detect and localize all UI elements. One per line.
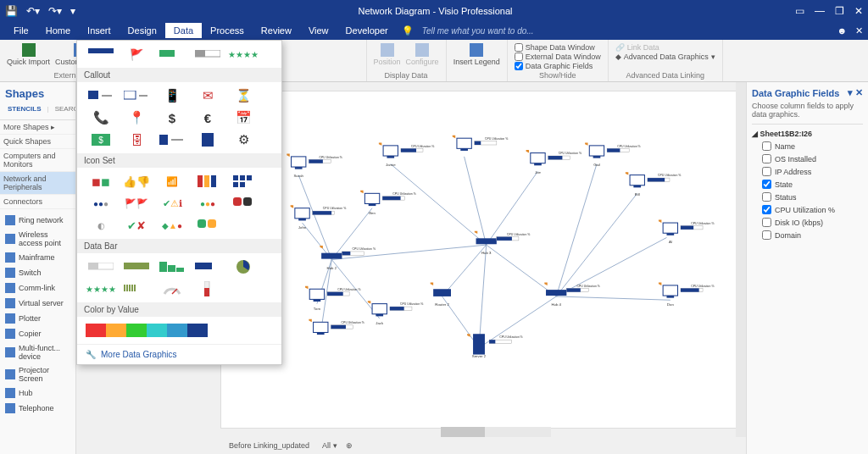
dg-field[interactable]: Disk IO (kbps) (752, 216, 863, 229)
gallery-item[interactable]: ✔✘ (121, 217, 152, 234)
gallery-item[interactable] (157, 46, 187, 63)
dg-dropdown-icon[interactable]: ▾ (848, 87, 853, 97)
tab-developer[interactable]: Developer (337, 23, 397, 38)
dg-field[interactable]: State (752, 178, 863, 191)
gallery-item[interactable] (228, 258, 259, 275)
ribbon-options-icon[interactable]: ▭ (795, 5, 804, 17)
quick-import-button[interactable]: Quick Import (7, 43, 50, 66)
dg-field[interactable]: Domain (752, 229, 863, 241)
shape-item[interactable]: Telephone (2, 401, 74, 416)
link-data-button[interactable]: 🔗Link Data (615, 43, 659, 52)
gallery-item[interactable] (192, 46, 223, 63)
more-shapes-button[interactable]: More Shapes ▸ (0, 120, 75, 135)
gallery-item[interactable] (192, 131, 223, 148)
gallery-item[interactable]: 👍👎 (121, 173, 152, 190)
shape-item[interactable]: Comm-link (2, 280, 74, 296)
gallery-item[interactable]: $ (157, 109, 187, 126)
gallery-item[interactable] (192, 173, 223, 190)
gallery-item[interactable] (157, 131, 187, 148)
tab-data[interactable]: Data (165, 23, 202, 38)
gallery-item[interactable] (121, 258, 152, 275)
stencils-tab[interactable]: STENCILS (5, 103, 44, 114)
gallery-item[interactable] (192, 217, 223, 234)
undo-icon[interactable]: ↶▾ (26, 5, 40, 17)
dg-source[interactable]: ◢ Sheet1$B2:I26 (752, 128, 863, 140)
tab-review[interactable]: Review (253, 23, 300, 38)
dg-field[interactable]: CPU Utilization % (752, 203, 863, 216)
shape-item[interactable]: Hub (2, 385, 74, 401)
tab-design[interactable]: Design (120, 23, 165, 38)
close-icon[interactable]: ✕ (854, 5, 863, 17)
dg-field[interactable]: IP Address (752, 165, 863, 178)
gallery-item[interactable] (86, 258, 116, 275)
quick-shapes-button[interactable]: Quick Shapes (0, 135, 75, 149)
shape-item[interactable]: Switch (2, 265, 74, 280)
external-data-window-check[interactable]: External Data Window (515, 53, 601, 61)
all-filter[interactable]: All ▾ (322, 441, 337, 450)
gallery-item[interactable]: 📱 (157, 87, 187, 104)
gallery-item[interactable] (86, 322, 255, 339)
tab-insert[interactable]: Insert (79, 23, 120, 38)
gallery-item[interactable]: ⏳ (228, 87, 259, 104)
shape-item[interactable]: Mainframe (2, 250, 74, 265)
gallery-item[interactable]: 📶 (157, 173, 187, 190)
configure-button[interactable]: Configure (406, 43, 439, 66)
gallery-item[interactable]: 📍 (121, 109, 152, 126)
close-window-icon[interactable]: ✕ (855, 25, 863, 36)
canvas-vscroll[interactable] (736, 82, 746, 454)
search-tab[interactable]: SEARCH (53, 103, 76, 114)
category-item[interactable]: Connectors (0, 195, 75, 209)
maximize-icon[interactable]: ❐ (835, 5, 844, 17)
shape-item[interactable]: Multi-funct... device (2, 341, 74, 363)
add-sheet-icon[interactable]: ⊕ (346, 441, 353, 450)
category-item[interactable]: Computers and Monitors (0, 149, 75, 172)
gallery-item[interactable]: 📞 (86, 109, 116, 126)
shape-item[interactable]: Copier (2, 326, 74, 341)
tab-file[interactable]: File (5, 23, 37, 38)
shape-item[interactable]: Projector Screen (2, 363, 74, 385)
dg-field[interactable]: Status (752, 191, 863, 203)
tab-view[interactable]: View (300, 23, 337, 38)
advanced-data-graphics-button[interactable]: ◆Advanced Data Graphics ▾ (615, 53, 715, 61)
gallery-item[interactable] (157, 280, 187, 297)
gallery-item[interactable]: ●●● (192, 195, 223, 212)
tab-home[interactable]: Home (37, 23, 79, 38)
drawing-canvas[interactable]: CPU Utilization %SarahCPU Utilization %J… (220, 91, 737, 429)
gallery-item[interactable] (86, 87, 116, 104)
gallery-item[interactable]: 🚩 (121, 46, 152, 63)
shape-item[interactable]: Virtual server (2, 296, 74, 311)
minimize-icon[interactable]: — (815, 5, 825, 17)
tab-process[interactable]: Process (202, 23, 253, 38)
gallery-item[interactable] (86, 46, 116, 63)
gallery-item[interactable]: € (192, 109, 223, 126)
gallery-item[interactable]: $ (86, 131, 116, 148)
gallery-item[interactable] (228, 195, 259, 212)
gallery-item[interactable] (121, 87, 152, 104)
gallery-item[interactable] (228, 173, 259, 190)
gallery-item[interactable]: ✉ (192, 87, 223, 104)
gallery-item[interactable]: ◆▲● (157, 217, 187, 234)
gallery-item[interactable]: ★★★★ (86, 280, 116, 297)
gallery-item[interactable] (157, 258, 187, 275)
gallery-item[interactable]: 🗄 (121, 131, 152, 148)
smiley-icon[interactable]: ☻ (837, 25, 847, 36)
gallery-item[interactable] (192, 280, 223, 297)
dg-field[interactable]: Name (752, 140, 863, 152)
dg-close-icon[interactable]: ✕ (855, 87, 863, 97)
gallery-item[interactable]: ◐ (86, 217, 116, 234)
category-item[interactable]: Network and Peripherals (0, 172, 75, 195)
gallery-item[interactable]: 📅 (228, 109, 259, 126)
save-icon[interactable]: 💾 (5, 5, 18, 17)
sheet-tab[interactable]: Before Linking_updated (229, 441, 309, 450)
gallery-item[interactable]: ●●● (86, 195, 116, 212)
data-graphic-fields-check[interactable]: Data Graphic Fields (515, 62, 593, 70)
shape-item[interactable]: Plotter (2, 311, 74, 326)
gallery-item[interactable]: ◼◼ (86, 173, 116, 190)
insert-legend-button[interactable]: Insert Legend (453, 43, 500, 66)
gallery-item[interactable] (121, 280, 152, 297)
gallery-item[interactable] (192, 258, 223, 275)
shape-data-window-check[interactable]: Shape Data Window (515, 43, 595, 52)
dg-field[interactable]: OS Installed (752, 152, 863, 165)
gallery-item[interactable]: ★★★★ (228, 46, 259, 63)
tell-me-input[interactable]: Tell me what you want to do... (422, 26, 534, 36)
